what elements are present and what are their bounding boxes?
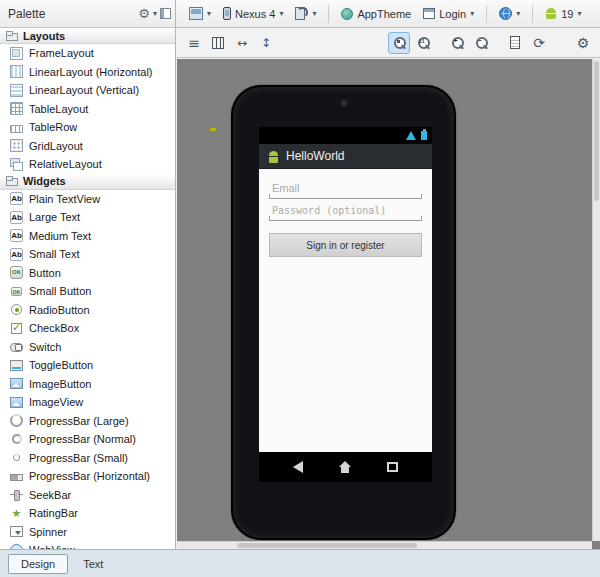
palette-item[interactable]: SeekBar <box>0 486 175 505</box>
palette-item-label: FrameLayout <box>29 47 94 59</box>
status-bar <box>259 127 432 144</box>
palette-item-icon <box>10 488 23 501</box>
scrollbar-thumb[interactable] <box>594 61 599 201</box>
layout-content: Email Password (optional) Sign in or reg… <box>259 169 432 257</box>
palette-item[interactable]: RelativeLayout <box>0 155 175 174</box>
scrollbar-thumb[interactable] <box>237 543 417 548</box>
palette-item-label: Small Text <box>29 248 80 260</box>
palette-item[interactable]: Switch <box>0 338 175 357</box>
palette-item[interactable]: Large Text <box>0 208 175 227</box>
palette-item[interactable]: Button <box>0 264 175 283</box>
palette-item[interactable]: TableRow <box>0 118 175 137</box>
palette-item[interactable]: ToggleButton <box>0 356 175 375</box>
theme-picker-button[interactable]: AppTheme <box>336 5 416 23</box>
configuration-picker-button[interactable]: ▾ <box>184 4 216 23</box>
palette-item[interactable]: ProgressBar (Normal) <box>0 430 175 449</box>
palette-item-label: Medium Text <box>29 230 91 242</box>
top-toolbar: Palette ⚙ ▾ ▾ Nexus 4 ▾ ▾ <box>0 0 600 28</box>
palette-header: Palette ⚙ ▾ <box>0 0 176 27</box>
palette-item[interactable]: ImageButton <box>0 375 175 394</box>
palette-item[interactable]: LinearLayout (Vertical) <box>0 81 175 100</box>
password-hint: Password (optional) <box>272 205 386 216</box>
palette-item[interactable]: RatingBar <box>0 504 175 523</box>
password-field[interactable]: Password (optional) <box>269 199 422 221</box>
palette-item[interactable]: GridLayout <box>0 137 175 156</box>
palette-item-icon <box>10 248 23 261</box>
show-structure-button[interactable]: ≡ <box>183 32 205 54</box>
palette-item[interactable]: ProgressBar (Large) <box>0 412 175 431</box>
device-picker-button[interactable]: Nexus 4 ▾ <box>218 4 288 23</box>
palette-item-label: GridLayout <box>29 140 83 152</box>
zoom-to-fit-button[interactable] <box>388 32 410 54</box>
tab-design[interactable]: Design <box>8 554 68 574</box>
palette-panel: Layouts FrameLayout LinearLayout (Horizo… <box>0 28 176 549</box>
orientation-button[interactable]: ▾ <box>290 4 321 23</box>
configuration-toolbar: ▾ Nexus 4 ▾ ▾ AppTheme Login ▾ <box>176 0 600 27</box>
back-icon <box>293 461 303 473</box>
email-field[interactable]: Email <box>269 175 422 199</box>
signin-button[interactable]: Sign in or register <box>269 233 422 257</box>
palette-item-icon <box>10 303 23 316</box>
palette-item-label: Large Text <box>29 211 80 223</box>
device-screen[interactable]: HelloWorld Email Password (optional) Sig… <box>259 127 432 482</box>
design-canvas[interactable]: HelloWorld Email Password (optional) Sig… <box>177 59 600 549</box>
palette-item-label: Button <box>29 267 61 279</box>
refresh-button[interactable]: ⟳ <box>528 32 550 54</box>
section-label: Layouts <box>23 30 65 42</box>
hide-panel-icon[interactable] <box>160 8 171 19</box>
palette-item-label: Small Button <box>29 285 91 297</box>
palette-item[interactable]: ProgressBar (Small) <box>0 449 175 468</box>
home-icon <box>339 461 351 473</box>
palette-item[interactable]: Medium Text <box>0 227 175 246</box>
palette-item-label: Spinner <box>29 526 67 538</box>
palette-settings-chevron-down-icon[interactable]: ▾ <box>153 10 157 18</box>
tab-text[interactable]: Text <box>70 554 116 574</box>
theme-label: AppTheme <box>357 8 411 20</box>
zoom-fit-icon <box>393 36 406 49</box>
zoom-out-button[interactable]: − <box>470 32 492 54</box>
resize-vertical-button[interactable]: ↕ <box>255 32 277 54</box>
palette-section-widgets[interactable]: Widgets <box>0 174 175 190</box>
folder-icon <box>6 31 18 41</box>
orientation-icon <box>295 7 308 20</box>
preview-page-button[interactable] <box>504 32 526 54</box>
vertical-scrollbar[interactable] <box>592 59 600 541</box>
locale-picker-button[interactable]: ▾ <box>494 4 525 23</box>
palette-item-icon <box>10 211 23 224</box>
palette-item[interactable]: FrameLayout <box>0 44 175 63</box>
palette-item[interactable]: RadioButton <box>0 301 175 320</box>
palette-item-label: LinearLayout (Vertical) <box>29 84 139 96</box>
palette-item[interactable]: TableLayout <box>0 100 175 119</box>
palette-title: Palette <box>8 7 138 21</box>
palette-item[interactable]: Plain TextView <box>0 190 175 209</box>
email-hint: Email <box>272 182 300 194</box>
app-icon <box>267 150 280 163</box>
zoom-in-button[interactable]: + <box>446 32 468 54</box>
selection-marker <box>210 128 216 131</box>
palette-item-icon <box>10 229 23 242</box>
palette-item[interactable]: ProgressBar (Horizontal) <box>0 467 175 486</box>
palette-item[interactable]: CheckBox <box>0 319 175 338</box>
api-version-picker-button[interactable]: 19 ▾ <box>540 4 586 23</box>
palette-item[interactable]: LinearLayout (Horizontal) <box>0 63 175 82</box>
palette-item-icon <box>10 47 23 60</box>
palette-item[interactable]: WebView <box>0 541 175 549</box>
activity-picker-button[interactable]: Login ▾ <box>418 5 479 23</box>
palette-settings-gear-icon[interactable]: ⚙ <box>138 7 150 20</box>
palette-section-layouts[interactable]: Layouts <box>0 28 175 44</box>
resize-horizontal-button[interactable]: ↔ <box>231 32 253 54</box>
activity-label: Login <box>439 8 466 20</box>
palette-item[interactable]: Spinner <box>0 523 175 542</box>
settings-button[interactable]: ⚙ <box>572 32 594 54</box>
palette-item-label: Switch <box>29 341 61 353</box>
palette-item-icon <box>10 158 23 171</box>
palette-item[interactable]: Small Button <box>0 282 175 301</box>
palette-item-icon <box>10 266 23 279</box>
horizontal-scrollbar[interactable] <box>177 541 592 549</box>
zoom-actual-size-button[interactable]: 1:1 <box>412 32 434 54</box>
split-view-button[interactable] <box>207 32 229 54</box>
configuration-icon <box>189 7 203 20</box>
palette-item[interactable]: ImageView <box>0 393 175 412</box>
palette-item[interactable]: Small Text <box>0 245 175 264</box>
palette-item-label: LinearLayout (Horizontal) <box>29 66 153 78</box>
